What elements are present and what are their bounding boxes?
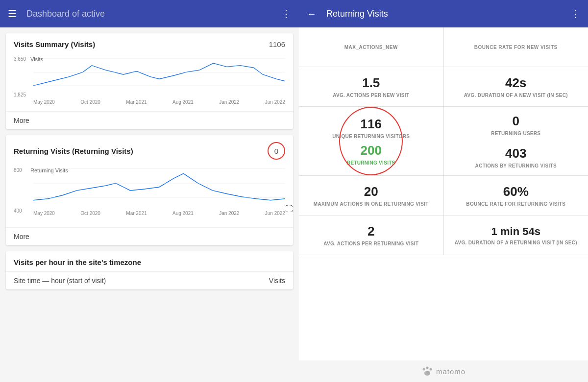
stats-cell-bounce-new: BOUNCE RATE FOR NEW VISITS [444, 27, 588, 67]
visits-per-hour-card: Visits per hour in the site's timezone S… [6, 251, 293, 289]
unique-returning-value: 116 [361, 117, 382, 132]
svg-point-6 [422, 368, 425, 371]
fullscreen-icon[interactable]: ⛶ [285, 205, 293, 214]
bounce-new-label: BOUNCE RATE FOR NEW VISITS [474, 45, 558, 50]
stats-cell-avg-duration-new: 42s AVG. DURATION OF A NEW VISIT (IN SEC… [444, 67, 588, 106]
stats-row-avg-new: 1.5 AVG. ACTIONS PER NEW VISIT 42s AVG. … [299, 67, 588, 107]
stats-cell-returning-users: 0 RETURNING USERS 403 ACTIONS BY RETURNI… [444, 107, 588, 175]
stats-table: MAX_ACTIONS_NEW BOUNCE RATE FOR NEW VISI… [299, 27, 588, 360]
returning-visits-title: Returning Visits (Returning Visits) [14, 147, 133, 155]
visits-x-labels: May 2020 Oct 2020 Mar 2021 Aug 2021 Jan … [33, 99, 285, 107]
left-header-title: Dashboard of active [26, 9, 281, 19]
returning-visits-count: 0 [268, 142, 285, 160]
avg-duration-ret-value: 1 min 54s [491, 225, 540, 238]
returning-visits-value: 200 [361, 143, 382, 158]
avg-duration-new-label: AVG. DURATION OF A NEW VISIT (IN SEC) [464, 93, 568, 98]
unique-returning-label: UNIQUE RETURNING VISITORS [332, 134, 410, 139]
right-dots-icon[interactable]: ⋮ [570, 8, 580, 20]
matomo-footer: matomo [299, 360, 588, 382]
matomo-icon [421, 366, 433, 376]
visits-chart-svg [33, 52, 285, 96]
stats-cell-bounce-returning: 60% BOUNCE RATE FOR RETURNING VISITS [444, 176, 588, 215]
stats-cell-max-actions-new: MAX_ACTIONS_NEW [299, 27, 444, 67]
max-actions-value: 20 [364, 184, 378, 199]
returning-visits-label: RETURNING VISITS [347, 160, 395, 166]
visits-summary-header: Visits Summary (Visits) 1106 [6, 33, 293, 52]
ret-y-low: 400 [14, 208, 22, 214]
visits-per-hour-row: Site time — hour (start of visit) Visits [6, 271, 293, 289]
returning-visits-header: Returning Visits (Returning Visits) 0 [6, 135, 293, 164]
actions-returning-value: 403 [505, 146, 526, 161]
svg-point-9 [424, 371, 430, 376]
bounce-returning-value: 60% [503, 184, 529, 199]
avg-actions-ret-label: AVG. ACTIONS PER RETURNING VISIT [323, 241, 418, 246]
left-content: Visits Summary (Visits) 1106 Visits 3,65… [0, 27, 299, 382]
avg-actions-new-value: 1.5 [362, 75, 380, 91]
y-label-high: 3,650 [14, 56, 26, 62]
returning-visits-chart: Returning Visits 800 400 May 2020 Oct 20… [6, 164, 293, 227]
left-panel: ☰ Dashboard of active ⋮ Visits Summary (… [0, 0, 299, 382]
visits-per-hour-row-label: Site time — hour (start of visit) [14, 277, 106, 285]
left-dots-icon[interactable]: ⋮ [281, 8, 291, 20]
max-actions-label: MAXIMUM ACTIONS IN ONE RETURNING VISIT [314, 201, 429, 207]
right-header-title: Returning Visits [326, 9, 570, 19]
stats-cell-unique-returning: 116 UNIQUE RETURNING VISITORS 200 RETURN… [299, 107, 444, 175]
stats-row-unique-returning: 116 UNIQUE RETURNING VISITORS 200 RETURN… [299, 107, 588, 176]
stats-row-max-bounce: 20 MAXIMUM ACTIONS IN ONE RETURNING VISI… [299, 176, 588, 215]
visits-y-labels: 3,650 1,825 [14, 56, 26, 97]
returning-chart-svg [33, 164, 285, 208]
avg-actions-ret-value: 2 [368, 224, 374, 239]
visits-chart-label: Visits [30, 56, 43, 62]
visits-summary-title: Visits Summary (Visits) [14, 40, 95, 48]
svg-point-7 [426, 367, 428, 369]
returning-chart-label: Returning Visits [30, 167, 68, 173]
svg-point-8 [429, 368, 432, 371]
stats-row-headers: MAX_ACTIONS_NEW BOUNCE RATE FOR NEW VISI… [299, 27, 588, 67]
returning-users-label: RETURNING USERS [491, 131, 540, 136]
visits-per-hour-title: Visits per hour in the site's timezone [14, 258, 141, 266]
back-arrow-icon[interactable]: ← [307, 8, 317, 20]
visits-summary-more[interactable]: More [6, 111, 293, 129]
stats-cell-max-actions: 20 MAXIMUM ACTIONS IN ONE RETURNING VISI… [299, 176, 444, 215]
right-panel: ← Returning Visits ⋮ MAX_ACTIONS_NEW BOU… [299, 0, 588, 382]
hamburger-icon[interactable]: ☰ [8, 8, 17, 20]
avg-duration-new-value: 42s [505, 75, 526, 91]
avg-duration-ret-label: AVG. DURATION OF A RETURNING VISIT (IN S… [455, 240, 577, 245]
stats-cell-avg-duration-ret: 1 min 54s AVG. DURATION OF A RETURNING V… [444, 215, 588, 255]
stats-row-avg-returning: 2 AVG. ACTIONS PER RETURNING VISIT 1 min… [299, 215, 588, 255]
stats-cell-avg-actions-ret: 2 AVG. ACTIONS PER RETURNING VISIT [299, 215, 444, 255]
left-header: ☰ Dashboard of active ⋮ [0, 0, 299, 27]
avg-actions-new-label: AVG. ACTIONS PER NEW VISIT [333, 93, 409, 98]
actions-returning-label: ACTIONS BY RETURNING VISITS [475, 163, 557, 168]
stats-cell-avg-actions-new: 1.5 AVG. ACTIONS PER NEW VISIT [299, 67, 444, 106]
visits-per-hour-row-value: Visits [269, 277, 285, 285]
visits-per-hour-header: Visits per hour in the site's timezone [6, 251, 293, 271]
returning-visits-more[interactable]: More [6, 227, 293, 245]
returning-visits-card: Returning Visits (Returning Visits) 0 Re… [6, 135, 293, 245]
visits-summary-chart: Visits 3,650 1,825 May 2020 Oct 2020 Mar… [6, 52, 293, 111]
bounce-returning-label: BOUNCE RATE FOR RETURNING VISITS [466, 201, 565, 207]
returning-y-labels: 800 400 [14, 167, 22, 214]
returning-x-labels: May 2020 Oct 2020 Mar 2021 Aug 2021 Jan … [33, 211, 285, 216]
returning-users-value: 0 [513, 114, 519, 129]
matomo-text: matomo [436, 367, 466, 376]
right-header: ← Returning Visits ⋮ [299, 0, 588, 27]
matomo-logo: matomo [421, 366, 466, 376]
max-actions-new-label: MAX_ACTIONS_NEW [344, 45, 398, 50]
ret-y-high: 800 [14, 167, 22, 173]
y-label-low: 1,825 [14, 92, 26, 97]
visits-summary-card: Visits Summary (Visits) 1106 Visits 3,65… [6, 33, 293, 129]
visits-summary-count: 1106 [269, 40, 285, 48]
